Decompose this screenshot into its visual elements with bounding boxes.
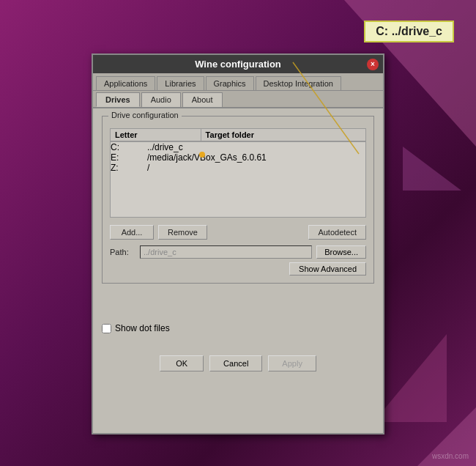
tab-desktop-integration[interactable]: Desktop Integration [256, 76, 341, 90]
groupbox-legend: Drive configuration [108, 111, 182, 119]
col-header-letter: Letter [111, 129, 201, 141]
show-advanced-button[interactable]: Show Advanced [289, 262, 366, 275]
table-empty-row [111, 173, 365, 217]
path-label: Path: [110, 248, 135, 256]
show-advanced-row: Show Advanced [110, 262, 366, 275]
watermark: wsxdn.com [432, 452, 469, 460]
path-input[interactable] [140, 245, 312, 259]
drive-letter-z: Z: [111, 163, 147, 173]
path-row: Path: Browse... [110, 245, 366, 259]
show-dot-files-checkbox[interactable] [102, 324, 111, 333]
tab-drives[interactable]: Drives [96, 92, 140, 107]
tab-about[interactable]: About [182, 92, 223, 107]
add-button[interactable]: Add... [110, 225, 154, 240]
browse-button[interactable]: Browse... [316, 245, 366, 259]
tooltip-text: C: ../drive_c [376, 25, 442, 37]
drive-folder-z: / [147, 163, 365, 173]
wine-configuration-dialog: Wine configuration × Applications Librar… [92, 53, 384, 434]
col-header-folder: Target folder [201, 129, 365, 141]
drive-folder-e: /media/jack/VBox_GAs_6.0.61 [147, 152, 365, 163]
show-dot-files-label: Show dot files [115, 323, 170, 333]
drive-letter-e: E: [111, 152, 147, 163]
cancel-button[interactable]: Cancel [209, 355, 262, 371]
remove-button[interactable]: Remove [158, 225, 207, 240]
close-button[interactable]: × [367, 59, 379, 70]
tab-libraries[interactable]: Libraries [157, 76, 204, 90]
dialog-titlebar: Wine configuration × [93, 55, 383, 73]
drive-action-buttons: Add... Remove Autodetect [110, 225, 366, 240]
ok-button[interactable]: OK [160, 355, 204, 371]
tabs-row-1: Applications Libraries Graphics Desktop … [93, 73, 383, 91]
drive-table-body: C: ../drive_c E: /media/jack/VBox_GAs_6.… [110, 141, 366, 218]
drive-letter-c: C: [111, 142, 147, 152]
tab-applications[interactable]: Applications [96, 76, 155, 90]
dialog-title: Wine configuration [195, 59, 281, 70]
drive-c-highlight-dot [199, 152, 205, 158]
tab-graphics[interactable]: Graphics [206, 76, 254, 90]
tooltip-callout: C: ../drive_c [364, 21, 454, 42]
apply-button[interactable]: Apply [268, 355, 316, 371]
tabs-row-2: Drives Audio About [93, 91, 383, 108]
drive-folder-c: ../drive_c [147, 142, 365, 152]
table-row[interactable]: C: ../drive_c [111, 142, 365, 152]
autodetect-button[interactable]: Autodetect [308, 225, 366, 240]
dialog-content: Drive configuration Letter Target folder… [93, 108, 383, 350]
spacer [102, 291, 374, 313]
bg-decoration-4 [403, 147, 461, 191]
tab-audio[interactable]: Audio [141, 92, 181, 107]
show-dot-files-row: Show dot files [102, 323, 374, 333]
drive-table: Letter Target folder [110, 128, 366, 141]
table-row[interactable]: E: /media/jack/VBox_GAs_6.0.61 [111, 152, 365, 163]
drive-configuration-groupbox: Drive configuration Letter Target folder… [102, 116, 374, 284]
table-row[interactable]: Z: / [111, 163, 365, 173]
dialog-bottom-buttons: OK Cancel Apply [93, 350, 383, 379]
